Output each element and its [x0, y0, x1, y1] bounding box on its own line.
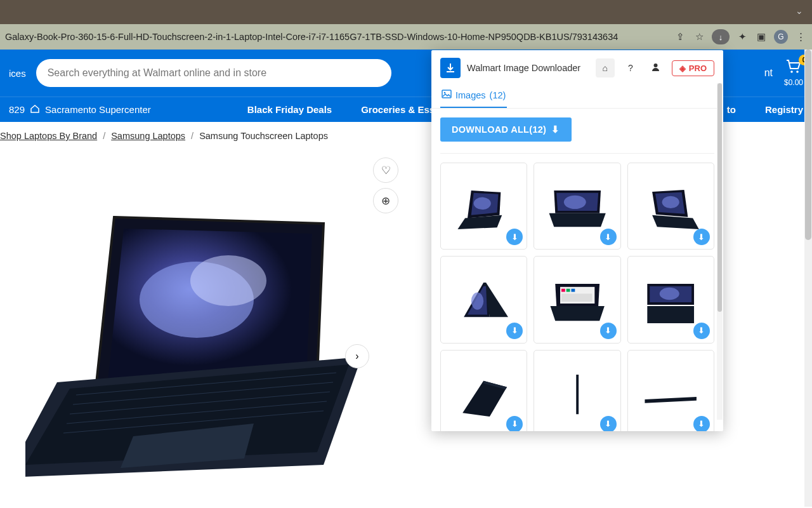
image-thumbnail[interactable]: ⬇: [627, 256, 714, 343]
image-thumbnail[interactable]: ⬇: [440, 256, 527, 343]
svg-rect-19: [571, 289, 575, 292]
extension-title: Walmart Image Downloader: [467, 63, 589, 73]
home-icon: [30, 104, 40, 116]
cart-amount: $0.00: [784, 78, 803, 87]
download-icon: ⬇: [605, 232, 612, 242]
images-tab[interactable]: Images(12): [440, 83, 507, 108]
search-input[interactable]: [48, 67, 380, 79]
url-text: Galaxy-Book-Pro-360-15-6-Full-HD-Touchsc…: [5, 32, 667, 42]
header-right-fragment: nt: [764, 67, 773, 79]
sidepanel-icon[interactable]: ▣: [755, 30, 768, 43]
image-thumbnail[interactable]: ⬇: [627, 350, 714, 431]
nav-link[interactable]: to: [727, 104, 736, 115]
download-thumbnail-button[interactable]: ⬇: [693, 416, 710, 431]
download-icon: ⬇: [605, 419, 612, 429]
svg-point-15: [471, 292, 483, 309]
download-thumbnail-button[interactable]: ⬇: [600, 229, 617, 245]
home-button[interactable]: ⌂: [596, 58, 615, 77]
download-thumbnail-button[interactable]: ⬇: [600, 416, 617, 431]
download-thumbnail-button[interactable]: ⬇: [506, 323, 523, 339]
tab-count: (12): [490, 90, 506, 100]
svg-point-12: [474, 197, 491, 210]
extension-logo-icon: [440, 58, 461, 78]
svg-rect-20: [561, 293, 592, 302]
svg-rect-10: [442, 90, 451, 98]
heart-icon: ♡: [381, 164, 391, 177]
download-thumbnail-button[interactable]: ⬇: [506, 416, 523, 431]
download-icon: ⬇: [698, 326, 705, 335]
store-name[interactable]: Sacramento Supercenter: [45, 104, 151, 115]
svg-rect-17: [561, 289, 565, 292]
favorite-button[interactable]: ♡: [373, 157, 398, 183]
tab-label: Images: [455, 90, 486, 100]
svg-point-0: [790, 70, 793, 73]
download-icon: ⬇: [511, 326, 518, 335]
product-image[interactable]: ♡ ⊕ ›: [25, 160, 368, 484]
download-icon: ⬇: [698, 419, 705, 429]
breadcrumb-link[interactable]: Shop Laptops By Brand: [0, 131, 97, 141]
profile-avatar[interactable]: G: [774, 30, 788, 44]
extension-scrollbar[interactable]: [717, 83, 723, 420]
gem-icon: ◈: [679, 64, 686, 73]
image-thumbnail[interactable]: ⬇: [440, 163, 527, 250]
download-thumbnail-button[interactable]: ⬇: [600, 323, 617, 339]
zip-fragment: 829: [9, 104, 25, 115]
home-icon: ⌂: [603, 63, 608, 73]
breadcrumb-link[interactable]: Samsung Laptops: [111, 131, 185, 141]
image-thumbnail[interactable]: ⬇: [534, 256, 620, 343]
account-button[interactable]: [646, 58, 665, 77]
page-scrollbar[interactable]: [804, 50, 812, 507]
image-thumbnail[interactable]: ⬇: [627, 163, 714, 250]
question-icon: ?: [628, 63, 633, 73]
chevron-down-icon[interactable]: ⌄: [796, 6, 803, 16]
browser-menu-icon[interactable]: ⋮: [794, 30, 807, 43]
download-icon: ⬇: [605, 326, 612, 335]
pro-button[interactable]: ◈PRO: [672, 60, 714, 76]
image-thumbnail[interactable]: ⬇: [534, 350, 620, 431]
search-bar[interactable]: [36, 59, 391, 87]
cart-icon: 0: [784, 60, 803, 77]
share-icon[interactable]: ⇪: [674, 30, 686, 43]
header-left-fragment: ices: [9, 68, 26, 79]
user-icon: [651, 62, 660, 74]
svg-point-14: [662, 196, 679, 208]
download-thumbnail-button[interactable]: ⬇: [693, 323, 710, 339]
next-image-button[interactable]: ›: [345, 344, 369, 368]
browser-tab-strip: ⌄: [0, 0, 812, 24]
nav-link[interactable]: Black Friday Deals: [247, 104, 332, 115]
extensions-icon[interactable]: ✦: [736, 30, 749, 43]
download-indicator-icon[interactable]: ↓: [712, 29, 730, 44]
image-thumbnail[interactable]: ⬇: [440, 350, 527, 431]
download-all-button[interactable]: DOWNLOAD ALL(12) ⬇: [440, 117, 572, 142]
download-icon: ⬇: [551, 124, 560, 135]
download-icon: ⬇: [698, 232, 705, 242]
image-icon: [442, 90, 452, 100]
svg-point-21: [660, 288, 679, 300]
svg-point-13: [564, 196, 586, 209]
cart-button[interactable]: 0 $0.00: [784, 60, 803, 87]
extension-popup: Walmart Image Downloader ⌂ ? ◈PRO Images…: [431, 50, 723, 431]
image-thumbnail[interactable]: ⬇: [534, 163, 620, 250]
zoom-in-icon: ⊕: [381, 194, 390, 208]
help-button[interactable]: ?: [621, 58, 640, 77]
svg-rect-18: [566, 289, 570, 292]
breadcrumb-current: Samsung Touchscreen Laptops: [199, 131, 328, 141]
browser-toolbar: Galaxy-Book-Pro-360-15-6-Full-HD-Touchsc…: [0, 24, 812, 50]
zoom-button[interactable]: ⊕: [373, 188, 398, 213]
download-icon: ⬇: [511, 419, 518, 429]
svg-point-9: [654, 64, 658, 67]
svg-point-11: [444, 92, 446, 94]
bookmark-star-icon[interactable]: ☆: [693, 30, 705, 43]
svg-point-3: [190, 255, 266, 306]
download-icon: ⬇: [511, 232, 518, 242]
nav-link[interactable]: Registry: [765, 104, 803, 115]
chevron-right-icon: ›: [355, 351, 358, 362]
svg-point-1: [796, 70, 799, 73]
